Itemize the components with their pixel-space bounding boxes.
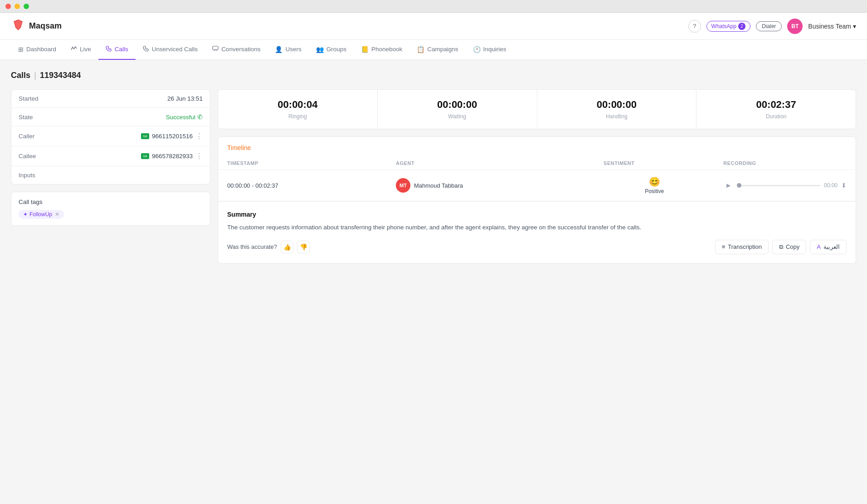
thumbs-up-button[interactable]: 👍 (281, 241, 293, 253)
logo-icon (11, 18, 25, 35)
col-recording: RECORDING (714, 157, 856, 170)
col-agent: AGENT (387, 157, 594, 170)
callee-more-button[interactable]: ⋮ (195, 152, 203, 160)
row-sentiment: 😊 Positive (594, 170, 714, 201)
whatsapp-button[interactable]: WhatsApp 2 (706, 21, 750, 32)
tab-calls[interactable]: Calls (98, 40, 136, 60)
tab-inquiries[interactable]: 🕐 Inquiries (466, 40, 514, 60)
callee-flag-icon: SA (141, 153, 149, 159)
inputs-row: Inputs (11, 166, 210, 184)
timeline-table: TIMESTAMP AGENT SENTIMENT RECORDING 00:0… (218, 157, 856, 201)
info-card: Started 26 Jun 13:51 State Successful ✆ … (11, 89, 210, 184)
action-buttons: ≡ Transcription ⧉ Copy A العربية (715, 240, 847, 254)
tab-unserviced[interactable]: Unserviced Calls (136, 40, 205, 60)
calls-icon (106, 45, 112, 53)
minimize-button[interactable] (15, 4, 20, 9)
window-chrome (0, 0, 867, 13)
sentiment-emoji: 😊 (649, 176, 660, 187)
users-icon: 👤 (275, 46, 283, 53)
summary-footer: Was this accurate? 👍 👎 ≡ Transcription ⧉ (227, 240, 847, 254)
whatsapp-count: 2 (738, 23, 745, 30)
progress-bar[interactable] (737, 185, 820, 186)
sentiment-label: Positive (645, 188, 664, 194)
page-content: Calls | 119343484 Started 26 Jun 13:51 S… (0, 60, 867, 275)
tab-conversations[interactable]: Conversations (205, 40, 268, 60)
nav-tabs: ⊞ Dashboard Live Calls Unserviced Calls (0, 40, 867, 60)
accurate-section: Was this accurate? 👍 👎 (227, 241, 310, 253)
close-button[interactable] (5, 4, 11, 9)
progress-thumb (737, 183, 741, 188)
caller-more-button[interactable]: ⋮ (195, 132, 203, 141)
timeline-title: Timeline (218, 137, 856, 151)
help-button[interactable]: ? (688, 20, 701, 33)
campaigns-icon: 📋 (417, 46, 424, 53)
metric-waiting: 00:00:00 Waiting (378, 90, 537, 129)
thumbs-down-button[interactable]: 👎 (297, 241, 310, 253)
play-button[interactable]: ▶ (723, 180, 733, 190)
state-phone-icon: ✆ (197, 113, 203, 121)
tab-groups[interactable]: 👥 Groups (309, 40, 354, 60)
tab-users[interactable]: 👤 Users (268, 40, 308, 60)
col-timestamp: TIMESTAMP (218, 157, 387, 170)
tab-phonebook[interactable]: 📒 Phonebook (354, 40, 409, 60)
tag-followup: ✦ FollowUp ✕ (19, 210, 64, 219)
caller-flag-icon: SA (141, 133, 149, 139)
logo-text: Maqsam (29, 21, 62, 31)
row-agent: MT Mahmoud Tabbara (387, 170, 594, 201)
copy-button[interactable]: ⧉ Copy (772, 240, 806, 254)
avatar: BT (787, 19, 803, 34)
caller-row: Caller SA 966115201516 ⋮ (11, 126, 210, 146)
conversations-icon (212, 45, 219, 53)
main-layout: Started 26 Jun 13:51 State Successful ✆ … (11, 89, 856, 264)
tags-card: Call tags ✦ FollowUp ✕ (11, 192, 210, 226)
left-panel: Started 26 Jun 13:51 State Successful ✆ … (11, 89, 210, 226)
transcription-button[interactable]: ≡ Transcription (715, 240, 769, 254)
header: Maqsam ? WhatsApp 2 Dialer BT Business T… (0, 13, 867, 40)
right-panel: 00:00:04 Ringing 00:00:00 Waiting 00:00:… (218, 89, 856, 264)
callee-row: Callee SA 966578282933 ⋮ (11, 146, 210, 166)
tab-dashboard[interactable]: ⊞ Dashboard (11, 40, 63, 60)
tab-campaigns[interactable]: 📋 Campaigns (409, 40, 465, 60)
metric-handling: 00:00:00 Handling (537, 90, 697, 129)
user-menu[interactable]: Business Team ▾ (808, 23, 856, 30)
metric-duration: 00:02:37 Duration (697, 90, 856, 129)
inquiries-icon: 🕐 (473, 46, 481, 53)
table-row: 00:00:00 - 00:02:37 MT Mahmoud Tabbara 😊 (218, 170, 856, 201)
tab-live[interactable]: Live (63, 40, 98, 60)
state-row: State Successful ✆ (11, 108, 210, 126)
summary-title: Summary (227, 211, 847, 218)
header-right: ? WhatsApp 2 Dialer BT Business Team ▾ (688, 19, 856, 34)
page-title: Calls | 119343484 (11, 71, 856, 80)
download-button[interactable]: ⬇ (841, 182, 847, 189)
dialer-button[interactable]: Dialer (756, 21, 782, 31)
row-recording: ▶ 00:00 ⬇ (714, 170, 856, 201)
metric-ringing: 00:00:04 Ringing (218, 90, 378, 129)
unserviced-icon (143, 45, 149, 53)
arabic-icon: A (817, 243, 821, 250)
tag-asterisk-icon: ✦ (23, 211, 28, 218)
summary-text: The customer requests information about … (227, 223, 847, 233)
transcription-icon: ≡ (722, 243, 726, 250)
svg-rect-0 (213, 46, 218, 50)
summary-section: Summary The customer requests informatio… (218, 201, 856, 263)
phonebook-icon: 📒 (361, 46, 369, 53)
timeline-section: Timeline TIMESTAMP AGENT SENTIMENT RECOR… (218, 136, 856, 264)
row-timestamp: 00:00:00 - 00:02:37 (218, 170, 387, 201)
col-sentiment: SENTIMENT (594, 157, 714, 170)
groups-icon: 👥 (316, 46, 324, 53)
agent-avatar: MT (396, 178, 410, 193)
dashboard-icon: ⊞ (18, 46, 24, 53)
copy-icon: ⧉ (779, 243, 783, 251)
tag-remove-button[interactable]: ✕ (55, 211, 59, 218)
maximize-button[interactable] (24, 4, 29, 9)
metrics-row: 00:00:04 Ringing 00:00:00 Waiting 00:00:… (218, 89, 856, 129)
started-row: Started 26 Jun 13:51 (11, 90, 210, 108)
logo-area: Maqsam (11, 18, 62, 35)
arabic-button[interactable]: A العربية (810, 240, 847, 254)
live-icon (71, 45, 77, 53)
